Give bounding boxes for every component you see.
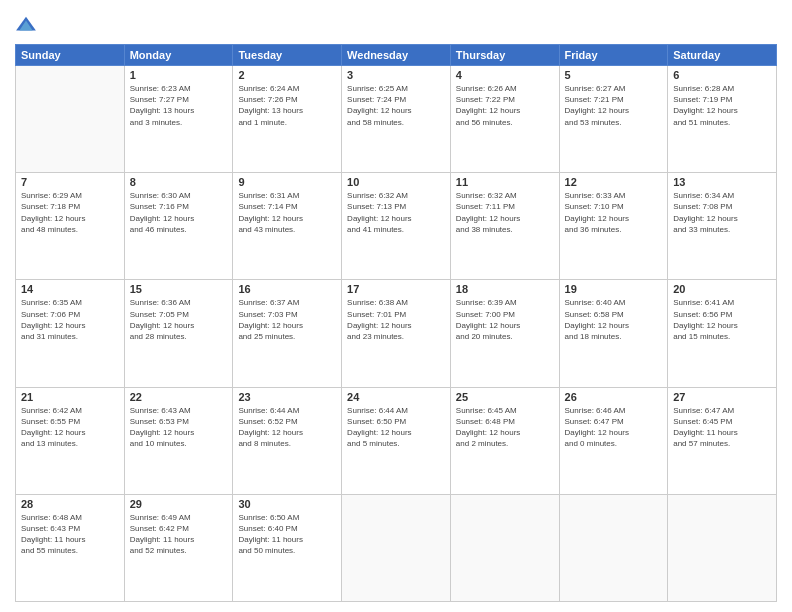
day-number: 1 <box>130 69 228 81</box>
calendar-cell: 29Sunrise: 6:49 AM Sunset: 6:42 PM Dayli… <box>124 494 233 601</box>
calendar-cell: 14Sunrise: 6:35 AM Sunset: 7:06 PM Dayli… <box>16 280 125 387</box>
day-info: Sunrise: 6:37 AM Sunset: 7:03 PM Dayligh… <box>238 297 336 342</box>
calendar-cell: 22Sunrise: 6:43 AM Sunset: 6:53 PM Dayli… <box>124 387 233 494</box>
day-info: Sunrise: 6:32 AM Sunset: 7:13 PM Dayligh… <box>347 190 445 235</box>
day-info: Sunrise: 6:46 AM Sunset: 6:47 PM Dayligh… <box>565 405 663 450</box>
calendar-cell <box>342 494 451 601</box>
day-info: Sunrise: 6:45 AM Sunset: 6:48 PM Dayligh… <box>456 405 554 450</box>
calendar-cell: 3Sunrise: 6:25 AM Sunset: 7:24 PM Daylig… <box>342 66 451 173</box>
calendar-cell: 15Sunrise: 6:36 AM Sunset: 7:05 PM Dayli… <box>124 280 233 387</box>
week-row-4: 28Sunrise: 6:48 AM Sunset: 6:43 PM Dayli… <box>16 494 777 601</box>
calendar-cell: 25Sunrise: 6:45 AM Sunset: 6:48 PM Dayli… <box>450 387 559 494</box>
day-info: Sunrise: 6:26 AM Sunset: 7:22 PM Dayligh… <box>456 83 554 128</box>
day-number: 3 <box>347 69 445 81</box>
calendar-cell: 5Sunrise: 6:27 AM Sunset: 7:21 PM Daylig… <box>559 66 668 173</box>
week-row-1: 7Sunrise: 6:29 AM Sunset: 7:18 PM Daylig… <box>16 173 777 280</box>
week-row-0: 1Sunrise: 6:23 AM Sunset: 7:27 PM Daylig… <box>16 66 777 173</box>
calendar-cell: 16Sunrise: 6:37 AM Sunset: 7:03 PM Dayli… <box>233 280 342 387</box>
day-number: 26 <box>565 391 663 403</box>
calendar-cell: 21Sunrise: 6:42 AM Sunset: 6:55 PM Dayli… <box>16 387 125 494</box>
day-info: Sunrise: 6:39 AM Sunset: 7:00 PM Dayligh… <box>456 297 554 342</box>
calendar-cell: 26Sunrise: 6:46 AM Sunset: 6:47 PM Dayli… <box>559 387 668 494</box>
day-number: 15 <box>130 283 228 295</box>
calendar-cell: 27Sunrise: 6:47 AM Sunset: 6:45 PM Dayli… <box>668 387 777 494</box>
day-info: Sunrise: 6:44 AM Sunset: 6:52 PM Dayligh… <box>238 405 336 450</box>
day-info: Sunrise: 6:48 AM Sunset: 6:43 PM Dayligh… <box>21 512 119 557</box>
day-info: Sunrise: 6:30 AM Sunset: 7:16 PM Dayligh… <box>130 190 228 235</box>
day-info: Sunrise: 6:43 AM Sunset: 6:53 PM Dayligh… <box>130 405 228 450</box>
day-info: Sunrise: 6:40 AM Sunset: 6:58 PM Dayligh… <box>565 297 663 342</box>
day-number: 20 <box>673 283 771 295</box>
day-number: 23 <box>238 391 336 403</box>
weekday-header-wednesday: Wednesday <box>342 45 451 66</box>
calendar-cell: 2Sunrise: 6:24 AM Sunset: 7:26 PM Daylig… <box>233 66 342 173</box>
weekday-header-thursday: Thursday <box>450 45 559 66</box>
day-number: 28 <box>21 498 119 510</box>
day-number: 13 <box>673 176 771 188</box>
day-number: 16 <box>238 283 336 295</box>
calendar-cell: 13Sunrise: 6:34 AM Sunset: 7:08 PM Dayli… <box>668 173 777 280</box>
day-info: Sunrise: 6:44 AM Sunset: 6:50 PM Dayligh… <box>347 405 445 450</box>
day-number: 6 <box>673 69 771 81</box>
day-info: Sunrise: 6:38 AM Sunset: 7:01 PM Dayligh… <box>347 297 445 342</box>
week-row-3: 21Sunrise: 6:42 AM Sunset: 6:55 PM Dayli… <box>16 387 777 494</box>
day-info: Sunrise: 6:29 AM Sunset: 7:18 PM Dayligh… <box>21 190 119 235</box>
calendar-cell: 12Sunrise: 6:33 AM Sunset: 7:10 PM Dayli… <box>559 173 668 280</box>
calendar-cell <box>16 66 125 173</box>
calendar-cell: 30Sunrise: 6:50 AM Sunset: 6:40 PM Dayli… <box>233 494 342 601</box>
day-number: 19 <box>565 283 663 295</box>
page-header <box>15 10 777 36</box>
day-number: 29 <box>130 498 228 510</box>
day-number: 25 <box>456 391 554 403</box>
day-info: Sunrise: 6:42 AM Sunset: 6:55 PM Dayligh… <box>21 405 119 450</box>
calendar-cell: 24Sunrise: 6:44 AM Sunset: 6:50 PM Dayli… <box>342 387 451 494</box>
calendar-cell: 6Sunrise: 6:28 AM Sunset: 7:19 PM Daylig… <box>668 66 777 173</box>
calendar-cell: 18Sunrise: 6:39 AM Sunset: 7:00 PM Dayli… <box>450 280 559 387</box>
day-info: Sunrise: 6:36 AM Sunset: 7:05 PM Dayligh… <box>130 297 228 342</box>
day-info: Sunrise: 6:35 AM Sunset: 7:06 PM Dayligh… <box>21 297 119 342</box>
day-number: 4 <box>456 69 554 81</box>
calendar-cell: 23Sunrise: 6:44 AM Sunset: 6:52 PM Dayli… <box>233 387 342 494</box>
weekday-header-sunday: Sunday <box>16 45 125 66</box>
day-info: Sunrise: 6:49 AM Sunset: 6:42 PM Dayligh… <box>130 512 228 557</box>
day-number: 8 <box>130 176 228 188</box>
day-number: 7 <box>21 176 119 188</box>
day-info: Sunrise: 6:25 AM Sunset: 7:24 PM Dayligh… <box>347 83 445 128</box>
day-info: Sunrise: 6:33 AM Sunset: 7:10 PM Dayligh… <box>565 190 663 235</box>
day-number: 27 <box>673 391 771 403</box>
day-number: 21 <box>21 391 119 403</box>
calendar-cell: 7Sunrise: 6:29 AM Sunset: 7:18 PM Daylig… <box>16 173 125 280</box>
day-info: Sunrise: 6:28 AM Sunset: 7:19 PM Dayligh… <box>673 83 771 128</box>
day-info: Sunrise: 6:27 AM Sunset: 7:21 PM Dayligh… <box>565 83 663 128</box>
calendar-cell <box>450 494 559 601</box>
day-number: 14 <box>21 283 119 295</box>
weekday-header-friday: Friday <box>559 45 668 66</box>
calendar-cell: 8Sunrise: 6:30 AM Sunset: 7:16 PM Daylig… <box>124 173 233 280</box>
day-number: 9 <box>238 176 336 188</box>
day-number: 30 <box>238 498 336 510</box>
day-info: Sunrise: 6:24 AM Sunset: 7:26 PM Dayligh… <box>238 83 336 128</box>
day-number: 18 <box>456 283 554 295</box>
day-number: 5 <box>565 69 663 81</box>
weekday-header-saturday: Saturday <box>668 45 777 66</box>
day-number: 11 <box>456 176 554 188</box>
day-number: 24 <box>347 391 445 403</box>
calendar-cell <box>668 494 777 601</box>
calendar-cell: 4Sunrise: 6:26 AM Sunset: 7:22 PM Daylig… <box>450 66 559 173</box>
day-number: 2 <box>238 69 336 81</box>
day-info: Sunrise: 6:23 AM Sunset: 7:27 PM Dayligh… <box>130 83 228 128</box>
day-info: Sunrise: 6:50 AM Sunset: 6:40 PM Dayligh… <box>238 512 336 557</box>
logo-icon <box>15 14 37 36</box>
weekday-header-tuesday: Tuesday <box>233 45 342 66</box>
calendar-cell: 17Sunrise: 6:38 AM Sunset: 7:01 PM Dayli… <box>342 280 451 387</box>
calendar-cell <box>559 494 668 601</box>
day-number: 12 <box>565 176 663 188</box>
day-number: 17 <box>347 283 445 295</box>
day-info: Sunrise: 6:32 AM Sunset: 7:11 PM Dayligh… <box>456 190 554 235</box>
calendar: SundayMondayTuesdayWednesdayThursdayFrid… <box>15 44 777 602</box>
logo <box>15 14 41 36</box>
calendar-cell: 19Sunrise: 6:40 AM Sunset: 6:58 PM Dayli… <box>559 280 668 387</box>
day-info: Sunrise: 6:47 AM Sunset: 6:45 PM Dayligh… <box>673 405 771 450</box>
weekday-header-row: SundayMondayTuesdayWednesdayThursdayFrid… <box>16 45 777 66</box>
calendar-cell: 28Sunrise: 6:48 AM Sunset: 6:43 PM Dayli… <box>16 494 125 601</box>
